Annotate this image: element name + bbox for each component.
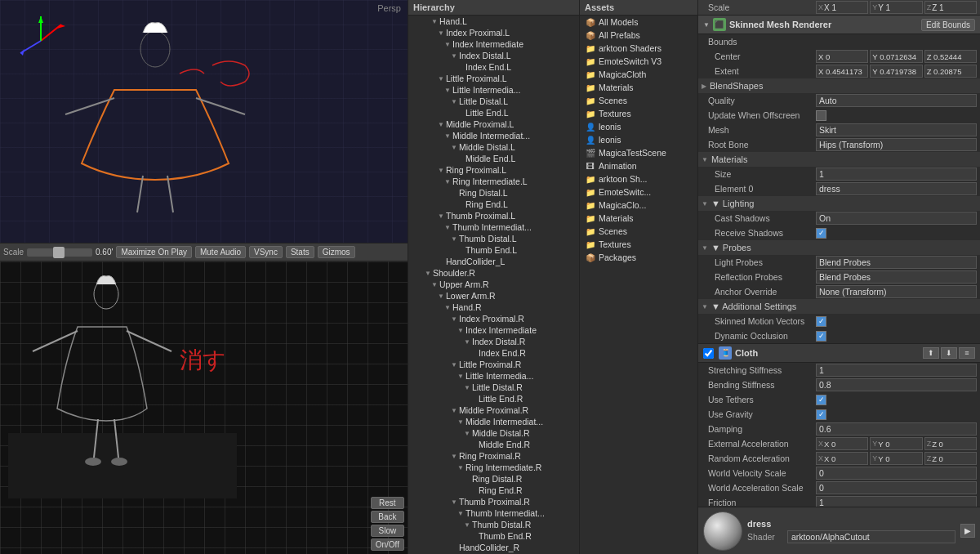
- hierarchy-item[interactable]: ▼Upper Arm.R: [408, 279, 579, 290]
- blendshapes-row[interactable]: ▶ BlendShapes: [698, 78, 980, 93]
- asset-item[interactable]: 📦All Models: [580, 16, 697, 29]
- center-z[interactable]: Z 0.52444: [924, 50, 977, 63]
- hierarchy-item[interactable]: ▼Middle Proximal.R: [408, 404, 579, 416]
- hierarchy-item[interactable]: ▼Middle Distal.R: [408, 427, 579, 439]
- hierarchy-item[interactable]: ▼Index Intermediate: [408, 38, 579, 50]
- hierarchy-item[interactable]: Thumb End.L: [408, 244, 579, 256]
- hierarchy-item[interactable]: ▼Little Proximal.R: [408, 359, 579, 370]
- rand-accel-y[interactable]: YY 0: [870, 452, 922, 465]
- asset-item[interactable]: 📁arktoon Shaders: [580, 42, 697, 55]
- vsync-btn[interactable]: VSync: [249, 246, 283, 258]
- ext-accel-x[interactable]: XX 0: [816, 437, 868, 450]
- assets-list[interactable]: 📦All Models📦All Prefabs📁arktoon Shaders📁…: [580, 16, 697, 554]
- hierarchy-item[interactable]: Ring Distal.L: [408, 187, 579, 199]
- hierarchy-item[interactable]: ▼Ring Proximal.R: [408, 450, 579, 462]
- hierarchy-item[interactable]: ▼Shoulder.R: [408, 267, 579, 279]
- hierarchy-item[interactable]: Middle End.R: [408, 439, 579, 450]
- hierarchy-item[interactable]: ▼Thumb Proximal.L: [408, 210, 579, 221]
- rand-accel-z[interactable]: ZZ 0: [924, 452, 977, 465]
- hierarchy-item[interactable]: Ring End.L: [408, 199, 579, 210]
- rest-btn[interactable]: Rest: [371, 497, 404, 509]
- hierarchy-item[interactable]: ▼Index Distal.L: [408, 50, 579, 61]
- additional-section-header[interactable]: ▼ ▼ Additional Settings: [698, 299, 980, 314]
- hierarchy-item[interactable]: ▼Index Proximal.R: [408, 313, 579, 324]
- world-accel-value[interactable]: 0: [816, 481, 977, 494]
- asset-item[interactable]: 🎞Animation: [580, 159, 697, 172]
- size-value[interactable]: 1: [816, 168, 977, 181]
- hierarchy-list[interactable]: ▼Hand.L▼Index Proximal.L▼Index Intermedi…: [408, 16, 579, 554]
- asset-item[interactable]: 📁Scenes: [580, 94, 697, 107]
- hierarchy-item[interactable]: Little End.R: [408, 393, 579, 404]
- probes-section-header[interactable]: ▼ ▼ Probes: [698, 240, 980, 255]
- mat-expand-btn[interactable]: ▶: [960, 524, 975, 538]
- extent-x[interactable]: X 0.4541173: [816, 65, 868, 78]
- hierarchy-item[interactable]: ▼Thumb Distal.L: [408, 233, 579, 244]
- hierarchy-item[interactable]: ▼Lower Arm.R: [408, 290, 579, 302]
- asset-item[interactable]: 📁EmoteSwitch V3: [580, 55, 697, 68]
- asset-item[interactable]: 📁Materials: [580, 81, 697, 94]
- hierarchy-item[interactable]: ▼Thumb Intermediat...: [408, 507, 579, 519]
- hierarchy-item[interactable]: ▼Ring Proximal.L: [408, 164, 579, 176]
- extent-y[interactable]: Y 0.4719738: [870, 65, 922, 78]
- asset-item[interactable]: 📁Textures: [580, 238, 697, 251]
- center-y[interactable]: Y 0.0712634: [870, 50, 922, 63]
- slow-btn[interactable]: Slow: [371, 525, 404, 537]
- friction-value[interactable]: 1: [816, 496, 977, 507]
- cloth-menu-btn[interactable]: ≡: [959, 347, 975, 359]
- receive-shadows-check[interactable]: [816, 228, 826, 239]
- hierarchy-item[interactable]: Index End.L: [408, 61, 579, 73]
- hierarchy-item[interactable]: ▼Index Intermediate: [408, 324, 579, 336]
- use-tethers-check[interactable]: [816, 395, 826, 405]
- mat-shader-value[interactable]: arktoon/AlphaCutout: [787, 530, 956, 543]
- asset-item[interactable]: 📦All Prefabs: [580, 29, 697, 42]
- materials-section-header[interactable]: ▼ Materials: [698, 152, 980, 167]
- world-vel-value[interactable]: 0: [816, 467, 977, 480]
- reflection-probes-value[interactable]: Blend Probes: [816, 270, 977, 284]
- hierarchy-item[interactable]: ▼Ring Intermediate.L: [408, 176, 579, 187]
- cloth-enable-check[interactable]: [703, 348, 714, 359]
- rand-accel-x[interactable]: XX 0: [816, 452, 868, 465]
- stats-btn[interactable]: Stats: [286, 246, 314, 258]
- stretching-value[interactable]: 1: [816, 364, 977, 377]
- hierarchy-item[interactable]: ▼Hand.L: [408, 16, 579, 27]
- skinned-mesh-header[interactable]: ▼ ⬛ Skinned Mesh Renderer Edit Bounds: [698, 16, 980, 34]
- scale-slider[interactable]: [27, 248, 92, 257]
- hierarchy-item[interactable]: HandCollider_L: [408, 256, 579, 267]
- asset-item[interactable]: 📁Materials: [580, 212, 697, 225]
- asset-item[interactable]: 📁Textures: [580, 107, 697, 120]
- dynamic-occlusion-check[interactable]: [816, 331, 826, 342]
- hierarchy-item[interactable]: ▼Index Proximal.L: [408, 27, 579, 38]
- gizmos-btn[interactable]: Gizmos: [318, 246, 355, 258]
- root-bone-value[interactable]: Hips (Transform): [816, 138, 977, 151]
- hierarchy-item[interactable]: Little End.L: [408, 107, 579, 118]
- skinned-motion-check[interactable]: [816, 316, 826, 327]
- hierarchy-item[interactable]: ▼Thumb Distal.R: [408, 519, 579, 530]
- extent-z[interactable]: Z 0.20875: [924, 65, 977, 78]
- use-gravity-check[interactable]: [816, 409, 826, 420]
- anchor-override-value[interactable]: None (Transform): [816, 285, 977, 298]
- hierarchy-item[interactable]: Thumb End.R: [408, 530, 579, 542]
- hierarchy-item[interactable]: ▼Middle Distal.L: [408, 141, 579, 153]
- hierarchy-item[interactable]: ▼Little Intermedia...: [408, 84, 579, 96]
- asset-item[interactable]: 📁EmoteSwitc...: [580, 185, 697, 199]
- hierarchy-item[interactable]: ▼Little Distal.L: [408, 96, 579, 107]
- back-btn[interactable]: Back: [371, 511, 404, 523]
- asset-item[interactable]: 📁MagicaCloth: [580, 68, 697, 81]
- light-probes-value[interactable]: Blend Probes: [816, 256, 977, 269]
- hierarchy-item[interactable]: ▼Thumb Proximal.R: [408, 496, 579, 507]
- ext-accel-y[interactable]: YY 0: [870, 437, 922, 450]
- cloth-btn1[interactable]: ⬆: [923, 347, 939, 359]
- hierarchy-item[interactable]: ▼Hand.R: [408, 302, 579, 313]
- hierarchy-item[interactable]: ▼Middle Proximal.L: [408, 118, 579, 130]
- hierarchy-item[interactable]: ▼Thumb Intermediat...: [408, 221, 579, 233]
- maximize-btn[interactable]: Maximize On Play: [116, 246, 192, 258]
- bending-value[interactable]: 0.8: [816, 378, 977, 391]
- hierarchy-item[interactable]: ▼Index Distal.R: [408, 336, 579, 347]
- ext-accel-z[interactable]: ZZ 0: [924, 437, 977, 450]
- asset-item[interactable]: 👤leonis: [580, 133, 697, 146]
- cast-shadows-value[interactable]: On: [816, 212, 977, 225]
- asset-item[interactable]: 📁Scenes: [580, 225, 697, 238]
- onoff-btn[interactable]: On/Off: [371, 538, 404, 551]
- viewport-bottom[interactable]: 消す Rest Back Slow On/Off: [0, 261, 408, 554]
- asset-item[interactable]: 🎬MagicaTestScene: [580, 146, 697, 159]
